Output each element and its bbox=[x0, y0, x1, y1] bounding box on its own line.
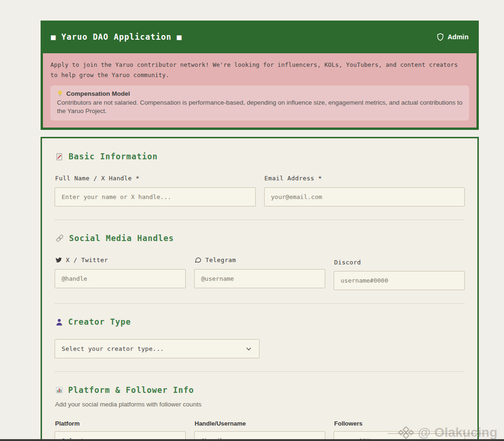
platform-follower-subtitle: Add your social media platforms with fol… bbox=[55, 401, 465, 408]
platform-follower-heading: Platform & Follower Info bbox=[56, 385, 465, 395]
intro-banner: Apply to join the Yaruo contributor netw… bbox=[43, 53, 476, 128]
handle-field-group: Handle/Username bbox=[194, 420, 325, 441]
screenshot-bottom-edge bbox=[0, 439, 504, 441]
twitter-bird-icon bbox=[55, 257, 62, 263]
section-social-media-handles: Social Media Handles X / Twitter Telegra… bbox=[55, 233, 465, 304]
section-creator-type: Creator Type Select your creator type... bbox=[55, 317, 465, 372]
app-header: ■ Yaruo DAO Application ■ Admin bbox=[41, 21, 479, 53]
application-form-card: Basic Information Full Name / X Handle *… bbox=[41, 137, 479, 441]
platform-follower-title: Platform & Follower Info bbox=[68, 385, 194, 395]
compensation-title: Compensation Model bbox=[66, 90, 130, 97]
platform-field-group: Platform Select... bbox=[55, 420, 186, 441]
basic-information-heading: Basic Information bbox=[56, 151, 465, 162]
discord-handle-input[interactable] bbox=[334, 271, 465, 290]
creator-type-select-value: Select your creator type... bbox=[62, 345, 164, 352]
discord-label: Discord bbox=[334, 256, 465, 266]
creator-type-title: Creator Type bbox=[68, 317, 131, 327]
admin-button[interactable]: Admin bbox=[437, 33, 469, 41]
email-label: Email Address * bbox=[265, 174, 465, 182]
social-media-handles-heading: Social Media Handles bbox=[56, 233, 465, 243]
section-basic-information: Basic Information Full Name / X Handle *… bbox=[55, 151, 465, 220]
compensation-title-row: Compensation Model bbox=[57, 90, 462, 97]
discord-field-group: Discord bbox=[334, 256, 465, 290]
email-field[interactable] bbox=[264, 187, 465, 206]
compensation-note: Compensation Model Contributors are not … bbox=[50, 85, 469, 121]
watermark: @ Olakucing bbox=[398, 425, 497, 440]
twitter-label-row: X / Twitter bbox=[55, 256, 186, 264]
full-name-label: Full Name / X Handle * bbox=[55, 174, 256, 182]
intro-banner-text: Apply to join the Yaruo contributor netw… bbox=[50, 60, 466, 80]
telegram-label: Telegram bbox=[205, 256, 236, 263]
handle-username-label: Handle/Username bbox=[195, 420, 325, 427]
admin-button-label: Admin bbox=[448, 33, 469, 41]
twitter-handle-input[interactable] bbox=[55, 269, 186, 288]
chevron-down-icon bbox=[246, 347, 252, 351]
compensation-body: Contributors are not salaried. Compensat… bbox=[57, 99, 462, 115]
full-name-field-group: Full Name / X Handle * bbox=[55, 174, 256, 206]
person-icon bbox=[56, 318, 63, 326]
platform-label: Platform bbox=[55, 420, 186, 427]
top-card: ■ Yaruo DAO Application ■ Admin Apply to… bbox=[41, 21, 479, 130]
creator-type-select[interactable]: Select your creator type... bbox=[55, 339, 259, 358]
shield-icon bbox=[437, 33, 444, 41]
watermark-line bbox=[387, 433, 488, 434]
twitter-label: X / Twitter bbox=[66, 256, 108, 263]
app-title: ■ Yaruo DAO Application ■ bbox=[51, 32, 182, 42]
lightbulb-icon bbox=[57, 90, 63, 97]
telegram-label-row: Telegram bbox=[195, 256, 325, 264]
link-icon bbox=[56, 234, 64, 242]
full-name-input[interactable] bbox=[55, 187, 256, 206]
telegram-field-group: Telegram bbox=[194, 256, 325, 290]
twitter-field-group: X / Twitter bbox=[55, 256, 186, 290]
bar-chart-icon bbox=[56, 386, 63, 394]
creator-type-heading: Creator Type bbox=[56, 317, 465, 327]
memo-icon bbox=[56, 153, 63, 161]
email-field-group: Email Address * bbox=[264, 174, 465, 206]
basic-information-title: Basic Information bbox=[69, 151, 158, 162]
speech-bubble-icon bbox=[195, 256, 202, 263]
telegram-handle-input[interactable] bbox=[194, 269, 325, 288]
social-media-handles-title: Social Media Handles bbox=[69, 233, 174, 243]
